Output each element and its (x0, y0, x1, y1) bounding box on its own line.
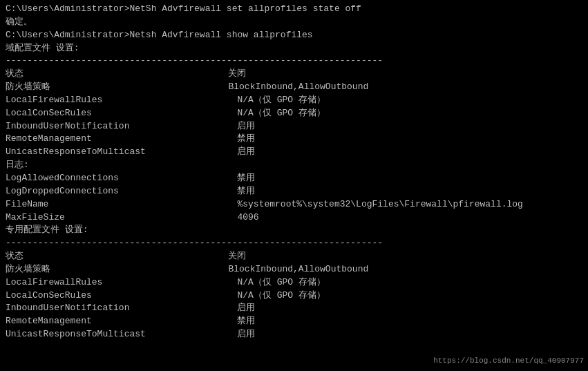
terminal-line-30: UnicastResponseToMulticast 启用 (6, 328, 582, 341)
terminal-line-28: InboundUserNotification 启用 (6, 302, 582, 315)
terminal-output: C:\Users\Administrator>NetSh Advfirewall… (6, 3, 582, 341)
terminal-line-9: LocalFirewallRules N/A（仅 GPO 存储） (6, 94, 582, 107)
terminal-line-24: 状态 关闭 (6, 250, 582, 263)
terminal-line-25: 防火墙策略 BlockInbound,AllowOutbound (6, 263, 582, 276)
terminal-line-12: RemoteManagement 禁用 (6, 133, 582, 146)
terminal-line-19: MaxFileSize 4096 (6, 211, 582, 225)
terminal-line-10: LocalConSecRules N/A（仅 GPO 存储） (6, 107, 582, 120)
terminal-line-18: FileName %systemroot%\system32\LogFiles\… (6, 198, 582, 211)
terminal-line-27: LocalConSecRules N/A（仅 GPO 存储） (6, 289, 582, 303)
terminal-line-16: LogAllowedConnections 禁用 (6, 172, 582, 185)
terminal-line-11: InboundUserNotification 启用 (6, 120, 582, 133)
terminal-line-26: LocalFirewallRules N/A（仅 GPO 存储） (6, 276, 582, 289)
terminal-line-29: RemoteManagement 禁用 (6, 315, 582, 328)
terminal-line-1: 确定。 (6, 16, 582, 29)
terminal-line-22: 专用配置文件 设置: (6, 224, 582, 237)
terminal-line-23: ----------------------------------------… (6, 237, 582, 250)
terminal-line-13: UnicastResponseToMulticast 启用 (6, 146, 582, 159)
terminal-line-8: 防火墙策略 BlockInbound,AllowOutbound (6, 81, 582, 94)
terminal-line-15: 日志: (6, 159, 582, 172)
terminal-line-3: C:\Users\Administrator>Netsh Advfirewall… (6, 29, 582, 42)
terminal-line-17: LogDroppedConnections 禁用 (6, 185, 582, 198)
terminal-line-6: ----------------------------------------… (6, 55, 582, 68)
terminal-line-7: 状态 关闭 (6, 68, 582, 81)
watermark: https://blog.csdn.net/qq_40907977 (433, 356, 584, 367)
terminal-line-0: C:\Users\Administrator>NetSh Advfirewall… (6, 3, 582, 16)
terminal-line-5: 域配置文件 设置: (6, 42, 582, 55)
